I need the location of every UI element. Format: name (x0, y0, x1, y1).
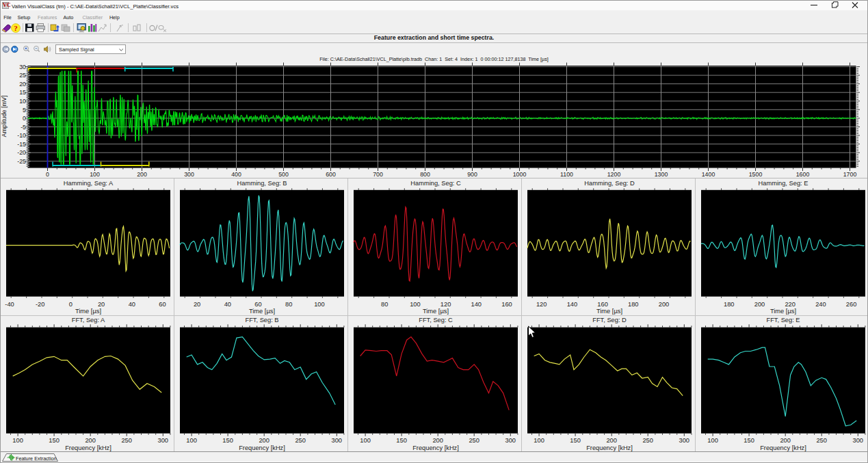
svg-text:Hamming, Seg: A: Hamming, Seg: A (64, 180, 114, 187)
svg-text:Hamming, Seg: D: Hamming, Seg: D (584, 180, 635, 187)
svg-text:Frequency [kHz]: Frequency [kHz] (412, 445, 459, 451)
svg-text:100: 100 (534, 437, 544, 444)
svg-text:200: 200 (432, 437, 443, 444)
svg-text:25: 25 (19, 72, 26, 79)
svg-text:140: 140 (567, 301, 578, 308)
svg-text:100: 100 (186, 437, 197, 444)
svg-text:20: 20 (194, 301, 200, 308)
svg-text:250: 250 (642, 437, 653, 444)
svg-text:400: 400 (231, 171, 241, 178)
svg-text:1700: 1700 (843, 171, 857, 178)
svg-text:0: 0 (46, 171, 49, 178)
svg-text:0: 0 (23, 115, 26, 122)
svg-text:300: 300 (158, 437, 169, 444)
svg-text:20: 20 (19, 81, 26, 88)
svg-text:1100: 1100 (560, 171, 573, 178)
svg-text:200: 200 (259, 437, 269, 444)
svg-text:120: 120 (440, 301, 451, 308)
svg-text:240: 240 (815, 301, 826, 308)
svg-text:1600: 1600 (796, 171, 810, 178)
svg-text:30: 30 (19, 64, 26, 70)
svg-text:150: 150 (744, 437, 754, 444)
svg-text:80: 80 (381, 301, 388, 308)
svg-text:60: 60 (254, 301, 261, 308)
svg-text:-20: -20 (17, 149, 26, 156)
svg-text:200: 200 (659, 301, 670, 308)
svg-text:FFT, Seg: C: FFT, Seg: C (419, 317, 453, 323)
svg-text:Hamming, Seg: B: Hamming, Seg: B (237, 180, 287, 187)
svg-text:40: 40 (224, 301, 231, 308)
svg-text:Frequency [kHz]: Frequency [kHz] (760, 445, 806, 451)
svg-text:Frequency [kHz]: Frequency [kHz] (586, 445, 633, 451)
svg-text:300: 300 (505, 437, 516, 444)
svg-text:Time [µs]: Time [µs] (249, 308, 275, 315)
svg-text:-5: -5 (21, 124, 26, 131)
svg-text:Frequency [kHz]: Frequency [kHz] (65, 445, 111, 451)
svg-text:150: 150 (396, 437, 407, 444)
svg-text:100: 100 (360, 437, 371, 444)
svg-text:200: 200 (754, 301, 765, 308)
svg-text:-10: -10 (17, 132, 26, 139)
svg-text:-15: -15 (17, 141, 26, 148)
svg-text:180: 180 (724, 301, 735, 308)
svg-text:100: 100 (90, 171, 100, 178)
svg-text:140: 140 (471, 301, 482, 308)
svg-text:FFT, Seg: D: FFT, Seg: D (592, 317, 627, 323)
svg-text:100: 100 (12, 437, 23, 444)
svg-text:100: 100 (707, 437, 718, 444)
svg-text:300: 300 (184, 171, 194, 178)
svg-text:150: 150 (570, 437, 581, 444)
svg-text:100: 100 (410, 301, 421, 308)
svg-text:Hamming, Seg: C: Hamming, Seg: C (410, 180, 461, 187)
svg-text:80: 80 (285, 301, 292, 308)
svg-text:Time [µs]: Time [µs] (423, 308, 449, 315)
svg-text:-20: -20 (36, 301, 44, 308)
svg-text:1300: 1300 (655, 171, 668, 178)
svg-text:20: 20 (98, 301, 105, 308)
svg-text:260: 260 (846, 301, 857, 308)
svg-text:900: 900 (467, 171, 477, 178)
svg-text:FFT, Seg: A: FFT, Seg: A (72, 317, 105, 323)
svg-text:0: 0 (69, 301, 73, 308)
svg-text:40: 40 (129, 301, 135, 308)
svg-text:160: 160 (501, 301, 512, 308)
svg-text:-40: -40 (5, 301, 14, 308)
svg-text:200: 200 (780, 437, 791, 444)
svg-text:700: 700 (373, 171, 383, 178)
svg-text:1200: 1200 (607, 171, 621, 178)
svg-text:Time [µs]: Time [µs] (770, 308, 796, 315)
svg-text:600: 600 (326, 171, 336, 178)
svg-text:FFT, Seg: B: FFT, Seg: B (245, 317, 278, 323)
svg-text:1000: 1000 (513, 171, 527, 178)
svg-text:250: 250 (469, 437, 479, 444)
svg-text:300: 300 (853, 437, 864, 444)
svg-text:Frequency [kHz]: Frequency [kHz] (239, 445, 285, 451)
svg-text:15: 15 (19, 89, 26, 96)
svg-text:10: 10 (19, 98, 26, 105)
svg-text:150: 150 (49, 437, 60, 444)
svg-text:300: 300 (332, 437, 343, 444)
svg-text:180: 180 (628, 301, 639, 308)
svg-text:150: 150 (222, 437, 233, 444)
svg-text:300: 300 (679, 437, 690, 444)
svg-text:220: 220 (785, 301, 795, 308)
svg-text:800: 800 (420, 171, 430, 178)
svg-text:Hamming, Seg: E: Hamming, Seg: E (759, 180, 808, 187)
svg-text:200: 200 (85, 437, 96, 444)
svg-text:1500: 1500 (749, 171, 763, 178)
svg-text:200: 200 (137, 171, 147, 178)
svg-text:250: 250 (295, 437, 306, 444)
svg-text:200: 200 (606, 437, 617, 444)
svg-text:250: 250 (816, 437, 827, 444)
svg-text:500: 500 (278, 171, 289, 178)
svg-text:Amplitude [mV]: Amplitude [mV] (1, 95, 8, 137)
svg-text:120: 120 (536, 301, 547, 308)
svg-text:Time [µs]: Time [µs] (596, 308, 622, 315)
svg-text:1400: 1400 (702, 171, 715, 178)
svg-text:100: 100 (314, 301, 325, 308)
svg-text:60: 60 (159, 301, 166, 308)
svg-text:160: 160 (597, 301, 608, 308)
svg-text:5: 5 (23, 107, 26, 114)
svg-text:250: 250 (121, 437, 132, 444)
svg-text:FFT, Seg: E: FFT, Seg: E (766, 317, 800, 323)
